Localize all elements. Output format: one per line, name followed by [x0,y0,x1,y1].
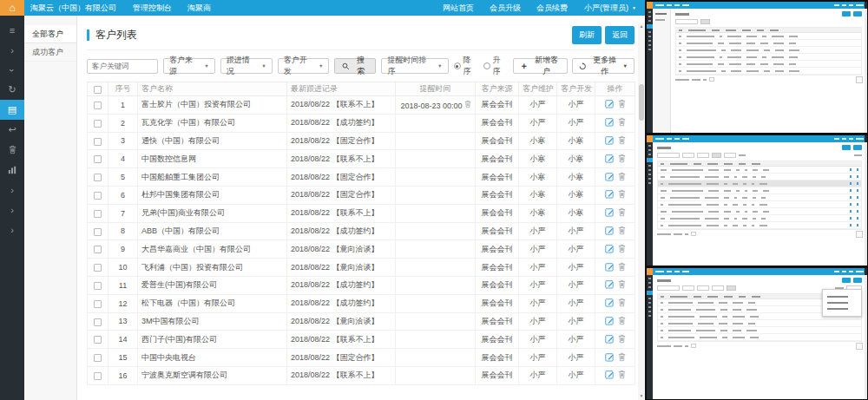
select-all-checkbox[interactable] [94,86,102,94]
row-checkbox[interactable] [94,300,102,308]
edit-icon[interactable] [605,207,615,219]
scrollbar-thumb[interactable] [639,84,644,121]
delete-icon[interactable] [618,298,626,309]
edit-icon[interactable] [605,370,615,381]
chevron-right-icon[interactable]: › [0,180,24,200]
delete-icon[interactable] [618,316,626,327]
row-checkbox[interactable] [94,246,102,253]
delete-icon[interactable] [618,99,626,110]
delete-icon[interactable] [618,135,626,147]
edit-icon[interactable] [605,352,615,364]
menu-icon[interactable]: ≡ [0,20,24,40]
delete-icon[interactable] [618,244,626,255]
search-icon [342,62,350,70]
edit-icon[interactable] [605,316,615,327]
scroll-down-icon[interactable]: ▼ [640,392,644,400]
submenu-item[interactable]: 成功客户 [24,43,76,62]
mini-navbar [647,268,867,275]
customer-name: 中国数控信息网 [138,150,287,168]
nav-admin-console[interactable]: 管理控制台 [125,0,180,16]
delete-icon[interactable] [618,117,626,128]
delete-icon[interactable] [618,352,626,364]
edit-icon[interactable] [605,172,615,183]
row-checkbox[interactable] [94,174,102,181]
preview-page-1[interactable] [647,2,867,133]
row-checkbox[interactable] [94,228,102,236]
row-checkbox[interactable] [94,336,102,344]
customer-developer: 小严 [557,259,595,277]
sort-desc-radio[interactable]: 降序 [454,55,478,77]
edit-icon[interactable] [605,334,615,345]
delete-icon[interactable] [618,189,626,200]
row-checkbox[interactable] [94,120,102,128]
followup-select[interactable]: 跟进情况▼ [220,58,273,74]
delete-icon[interactable] [618,334,626,345]
nav-site-home[interactable]: 网站首页 [435,0,482,16]
nav-member-upgrade[interactable]: 会员升级 [482,0,529,16]
submenu-item[interactable]: 全部客户 [24,25,76,43]
scroll-up-icon[interactable]: ▲ [640,23,644,30]
logout-icon[interactable]: ↩ [0,120,24,140]
scrollbar-track[interactable] [638,30,645,392]
row-checkbox[interactable] [94,282,102,290]
vertical-scrollbar[interactable]: ▲ ▼ [638,23,645,400]
delete-icon[interactable] [618,226,626,237]
delete-icon[interactable] [618,154,626,165]
delete-icon[interactable] [618,279,626,291]
chevron-right-icon[interactable]: › [0,200,24,220]
delete-icon[interactable] [618,370,626,381]
keyword-input[interactable] [87,59,158,74]
search-button[interactable]: 搜索 [334,58,376,74]
developer-select[interactable]: 客户开发▼ [278,58,330,74]
row-checkbox[interactable] [94,138,102,146]
brand-company[interactable]: 淘聚云（中国）有限公司 [24,0,125,16]
chevron-down-icon[interactable]: › [0,60,24,80]
customer-list-icon[interactable]: ▤ [0,100,24,120]
home-button[interactable]: ⌂ [0,0,24,16]
user-menu[interactable]: 小严(管理员) ▼ [575,0,645,16]
edit-icon[interactable] [605,226,615,237]
more-actions-button[interactable]: 更多操作 ▼ [572,58,635,74]
preview-page-2[interactable] [647,135,867,266]
chevron-right-icon[interactable]: › [0,220,24,239]
edit-icon[interactable] [605,279,615,291]
edit-icon[interactable] [605,154,615,165]
trash-icon[interactable] [0,140,24,160]
chevron-right-icon[interactable]: › [0,40,24,60]
preview-page-3[interactable] [647,268,867,399]
delete-icon[interactable] [618,172,626,183]
sort-asc-radio[interactable]: 升序 [483,55,508,77]
nav-member-renew[interactable]: 会员续费 [529,0,575,16]
edit-icon[interactable] [605,117,615,128]
customer-developer: 小严 [557,294,595,312]
delete-icon[interactable] [618,207,626,219]
edit-icon[interactable] [605,99,615,110]
refresh-button[interactable]: 刷新 [572,26,602,44]
row-checkbox[interactable] [94,354,102,362]
row-checkbox[interactable] [94,210,102,218]
source-select[interactable]: 客户来源▼ [163,58,215,74]
row-checkbox[interactable] [94,372,102,380]
stats-icon[interactable] [0,160,24,180]
nav-taojushang[interactable]: 淘聚商 [180,0,219,16]
row-checkbox[interactable] [94,102,102,109]
row-checkbox[interactable] [94,318,102,326]
edit-icon[interactable] [605,298,615,309]
edit-icon[interactable] [605,262,615,273]
followup-record: 2018/08/22 【意向洽谈】 [287,240,396,259]
edit-icon[interactable] [605,189,615,200]
trash-icon [618,279,626,289]
sort-select[interactable]: 提醒时间排序▼ [381,58,448,74]
back-button[interactable]: 返回 [605,26,635,44]
refresh-icon[interactable]: ↻ [0,80,24,100]
edit-icon[interactable] [605,244,615,255]
edit-icon[interactable] [605,135,615,147]
row-checkbox[interactable] [94,192,102,200]
radio-icon [454,62,461,69]
delete-icon[interactable] [618,262,626,273]
add-customer-button[interactable]: ＋ 新增客户 [513,58,569,74]
customer-source: 展会会刊 [476,276,519,294]
row-checkbox[interactable] [94,264,102,272]
row-checkbox[interactable] [94,155,102,163]
pencil-icon [605,262,615,272]
